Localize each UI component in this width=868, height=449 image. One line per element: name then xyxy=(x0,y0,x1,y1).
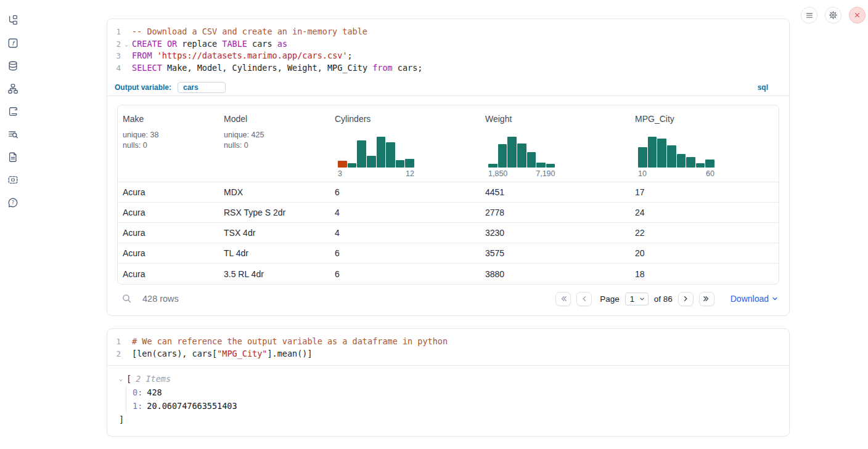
axis-min-label: 10 xyxy=(638,169,647,178)
column-header-make[interactable]: Make unique: 38 nulls: 0 xyxy=(118,105,219,182)
table-row: AcuraRSX Type S 2dr4277824 xyxy=(118,203,779,223)
chevrons-left-icon xyxy=(560,295,567,302)
histogram-bar xyxy=(377,137,386,168)
last-page-button[interactable] xyxy=(699,292,714,306)
settings-button[interactable] xyxy=(825,7,841,23)
sidebar-item-dependencies[interactable] xyxy=(7,83,18,94)
table-cell: 4 xyxy=(330,208,480,217)
output-variable-row: Output variable: sql xyxy=(107,79,789,96)
table-cell: 3575 xyxy=(480,248,630,258)
table-cell: MDX xyxy=(219,187,330,197)
sidebar-item-scratchpad[interactable] xyxy=(7,106,18,117)
column-header-model[interactable]: Model unique: 425 nulls: 0 xyxy=(219,105,330,182)
line-number: 1 xyxy=(115,26,121,38)
page-select[interactable]: 1 xyxy=(625,293,649,305)
list-output-tree: ⌄ [ 2 Items 0: 428 1: 20.060747663551403… xyxy=(107,372,789,426)
histogram-bar xyxy=(527,152,536,168)
function-icon: f xyxy=(7,38,18,49)
column-stats: unique: 38 nulls: 0 xyxy=(123,130,219,150)
page-total-label: of 86 xyxy=(654,294,673,304)
histogram-bar xyxy=(638,147,647,168)
code-line: 1-- Download a CSV and create an in-memo… xyxy=(115,26,789,38)
first-page-button[interactable] xyxy=(555,292,571,306)
output-variable-input[interactable] xyxy=(178,82,226,93)
histogram-bar xyxy=(536,163,546,168)
table-cell: 3230 xyxy=(480,228,630,238)
column-header-cylinders[interactable]: Cylinders 3 12 xyxy=(330,105,480,182)
table-cell: 4 xyxy=(330,228,480,238)
table-cell: Acura xyxy=(118,248,219,258)
search-logs-icon xyxy=(7,129,18,140)
next-page-button[interactable] xyxy=(678,292,694,306)
line-number: 4 xyxy=(115,62,121,75)
line-number: 1 xyxy=(115,336,121,348)
histogram-bar xyxy=(488,164,497,168)
sidebar-item-variables[interactable]: f xyxy=(7,38,18,49)
cylinders-histogram: 3 12 xyxy=(338,137,414,178)
sql-editor[interactable]: 1-- Download a CSV and create an in-memo… xyxy=(107,19,789,79)
download-button[interactable]: Download xyxy=(731,294,778,304)
column-stats: unique: 425 nulls: 0 xyxy=(224,130,330,150)
table-cell: 18 xyxy=(630,269,779,279)
sidebar-item-documentation[interactable] xyxy=(7,152,18,163)
sidebar-item-help[interactable]: ? xyxy=(7,197,18,208)
sql-cell-output: Make unique: 38 nulls: 0 Model unique: 4… xyxy=(107,96,789,315)
axis-max-label: 12 xyxy=(406,169,414,178)
histogram-bar xyxy=(507,137,517,168)
previous-page-button[interactable] xyxy=(576,292,592,306)
table-row: Acura3.5 RL 4dr6388018 xyxy=(118,264,779,284)
table-row: AcuraTSX 4dr4323022 xyxy=(118,223,779,243)
table-row: AcuraTL 4dr6357520 xyxy=(118,243,779,264)
table-cell: RSX Type S 2dr xyxy=(219,208,330,217)
table-cell: 22 xyxy=(630,228,779,238)
histogram-bar xyxy=(498,144,507,168)
menu-button[interactable] xyxy=(801,7,817,23)
items-count-label: 2 Items xyxy=(136,372,171,386)
help-icon: ? xyxy=(7,197,18,208)
histogram-bar xyxy=(338,161,347,168)
table-cell: 6 xyxy=(330,269,480,279)
sidebar-item-snippets[interactable] xyxy=(7,174,18,185)
table-cell: Acura xyxy=(118,228,219,238)
code-line: 1# We can reference the output variable … xyxy=(115,336,789,348)
table-cell: 6 xyxy=(330,248,480,258)
histogram-bar xyxy=(648,137,657,168)
settings-gear-icon xyxy=(829,10,838,20)
page-label: Page xyxy=(600,294,620,304)
column-header-weight[interactable]: Weight 1,850 7,190 xyxy=(480,105,630,182)
table-cell: Acura xyxy=(118,187,219,197)
document-icon xyxy=(7,152,18,163)
search-icon xyxy=(122,294,132,304)
fold-toggle-icon[interactable]: ⌄ xyxy=(121,38,132,51)
column-header-mpg-city[interactable]: MPG_City 10 60 xyxy=(630,105,779,182)
python-cell-output: ⌄ [ 2 Items 0: 428 1: 20.060747663551403… xyxy=(107,366,789,436)
axis-min-label: 1,850 xyxy=(488,169,507,178)
sidebar: f xyxy=(0,0,26,449)
table-cell: TSX 4dr xyxy=(219,228,330,238)
table-body: AcuraMDX6445117AcuraRSX Type S 2dr427782… xyxy=(118,182,779,284)
histogram-bar xyxy=(657,139,666,168)
sidebar-item-logs[interactable] xyxy=(7,129,18,140)
chevrons-right-icon xyxy=(703,295,710,302)
tree-collapse-icon[interactable]: ⌄ xyxy=(119,372,126,386)
table-row: AcuraMDX6445117 xyxy=(118,182,779,203)
sidebar-item-datasources[interactable] xyxy=(7,60,18,71)
sidebar-item-files[interactable] xyxy=(7,15,18,26)
dataframe-table: Make unique: 38 nulls: 0 Model unique: 4… xyxy=(117,105,779,285)
python-editor[interactable]: 1# We can reference the output variable … xyxy=(107,329,789,366)
table-footer: 428 rows Page 1 xyxy=(117,289,779,308)
histogram-bar xyxy=(348,163,357,168)
shutdown-button[interactable] xyxy=(849,7,866,23)
table-cell: 4451 xyxy=(480,187,630,197)
code-line: 2⌄CREATE OR replace TABLE cars as xyxy=(115,38,789,51)
tree-children: 0: 428 1: 20.060747663551403 xyxy=(126,386,789,413)
search-button[interactable] xyxy=(122,294,132,304)
line-number: 2 xyxy=(115,38,121,51)
histogram-bar xyxy=(696,163,705,168)
dependency-graph-icon xyxy=(7,83,18,94)
axis-min-label: 3 xyxy=(338,169,342,178)
chevron-left-icon xyxy=(581,295,588,302)
table-cell: 17 xyxy=(630,187,779,197)
axis-max-label: 7,190 xyxy=(536,169,555,178)
histogram-bar xyxy=(357,140,366,168)
